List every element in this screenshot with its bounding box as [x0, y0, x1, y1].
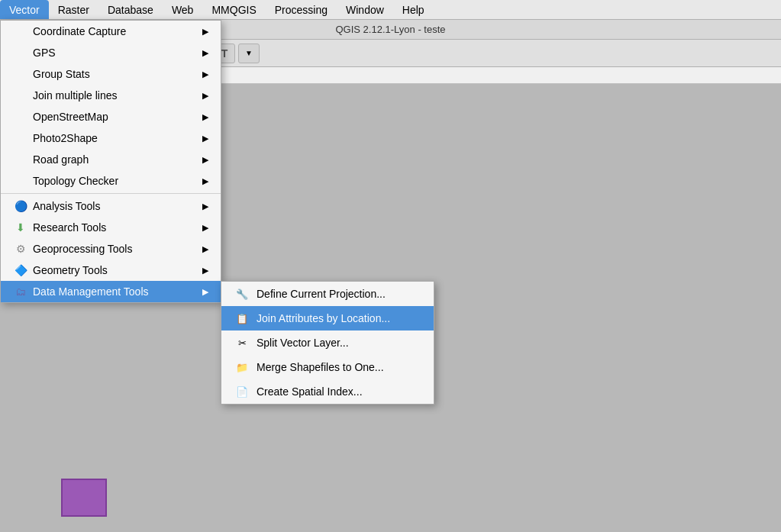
menu-item-join-lines[interactable]: Join multiple lines ▶	[1, 85, 221, 106]
coordinate-capture-icon	[13, 25, 28, 37]
menu-item-research[interactable]: ⬇ Research Tools ▶	[1, 217, 221, 238]
menu-divider-1	[1, 193, 221, 194]
menu-item-analysis[interactable]: 🔵 Analysis Tools ▶	[1, 195, 221, 217]
menu-processing[interactable]: Processing	[266, 0, 337, 19]
photo2shape-icon	[13, 132, 28, 144]
menu-window[interactable]: Window	[337, 0, 393, 19]
join-lines-icon	[13, 89, 28, 102]
road-graph-icon	[13, 153, 28, 166]
menu-item-road-graph[interactable]: Road graph ▶	[1, 149, 221, 170]
join-attributes-icon: 📋	[234, 311, 250, 325]
purple-shape	[61, 479, 107, 517]
menu-item-group-stats[interactable]: Group Stats ▶	[1, 63, 221, 85]
toolbar-btn-dropdown2[interactable]: ▼	[238, 44, 260, 63]
topology-icon	[13, 175, 28, 187]
menu-mmqgis[interactable]: MMQGIS	[202, 0, 265, 19]
menu-vector[interactable]: Vector	[0, 0, 49, 19]
gps-icon	[13, 47, 28, 59]
menu-item-data-mgmt[interactable]: 🗂 Data Management Tools ▶ 🔧 Define Curre…	[1, 281, 221, 302]
menu-database[interactable]: Database	[98, 0, 163, 19]
analysis-icon: 🔵	[13, 200, 28, 212]
menu-item-coordinate-capture[interactable]: Coordinate Capture ▶	[1, 21, 221, 42]
geometry-icon: 🔷	[13, 264, 28, 276]
menu-item-topology[interactable]: Topology Checker ▶	[1, 170, 221, 192]
menu-item-osm[interactable]: OpenStreetMap ▶	[1, 106, 221, 127]
menubar: Vector Raster Database Web MMQGIS Proces…	[0, 0, 781, 20]
spatial-index-icon: 📄	[234, 385, 250, 398]
title-text: QGIS 2.12.1-Lyon - teste	[335, 24, 445, 35]
menu-help[interactable]: Help	[393, 0, 434, 19]
submenu-item-split-vector[interactable]: ✂ Split Vector Layer...	[221, 330, 434, 355]
group-stats-icon	[13, 68, 28, 80]
menu-raster[interactable]: Raster	[49, 0, 98, 19]
vector-dropdown: Coordinate Capture ▶ GPS ▶ Group Stats ▶…	[0, 20, 221, 303]
define-projection-icon: 🔧	[234, 287, 250, 301]
data-mgmt-submenu: 🔧 Define Current Projection... 📋 Join At…	[221, 281, 434, 405]
split-vector-icon: ✂	[234, 336, 250, 350]
submenu-item-join-attributes[interactable]: 📋 Join Attributes by Location...	[221, 306, 434, 330]
menu-item-geometry[interactable]: 🔷 Geometry Tools ▶	[1, 260, 221, 281]
merge-shapefiles-icon: 📁	[234, 360, 250, 374]
osm-icon	[13, 111, 28, 123]
submenu-item-spatial-index[interactable]: 📄 Create Spatial Index...	[221, 379, 434, 404]
menu-item-gps[interactable]: GPS ▶	[1, 42, 221, 63]
research-icon: ⬇	[13, 221, 28, 234]
submenu-item-define-projection[interactable]: 🔧 Define Current Projection...	[221, 282, 434, 306]
menu-item-geoprocessing[interactable]: ⚙ Geoprocessing Tools ▶	[1, 238, 221, 260]
geoprocessing-icon: ⚙	[13, 243, 28, 255]
data-mgmt-icon: 🗂	[13, 285, 28, 298]
submenu-item-merge-shapefiles[interactable]: 📁 Merge Shapefiles to One...	[221, 355, 434, 379]
menu-item-photo2shape[interactable]: Photo2Shape ▶	[1, 127, 221, 149]
menu-web[interactable]: Web	[163, 0, 203, 19]
